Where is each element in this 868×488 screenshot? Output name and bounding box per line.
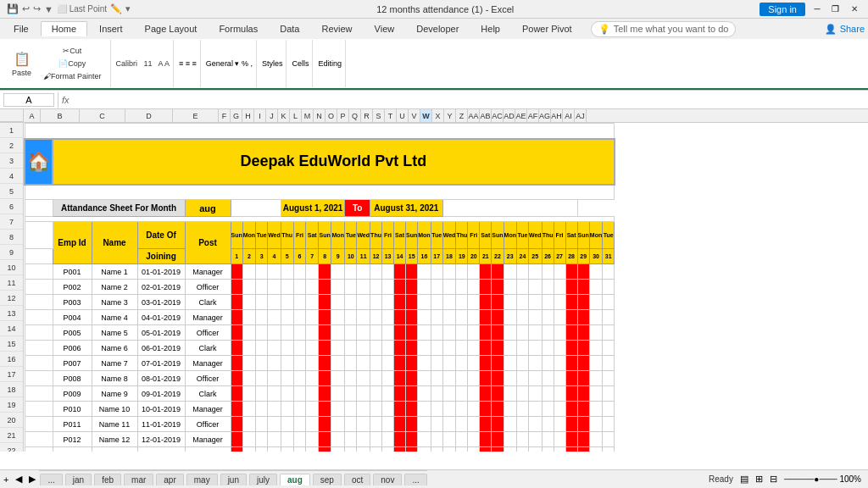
page-layout-button[interactable]: ⊞ (755, 474, 763, 485)
sheet-tab-...[interactable]: ... (40, 474, 62, 485)
sheet-tab-apr[interactable]: apr (156, 474, 183, 485)
employee-row: P006Name 606-01-2019Clark (25, 341, 615, 356)
sheet-tab-feb[interactable]: feb (94, 474, 121, 485)
styles-group: Styles (259, 40, 287, 87)
col-p: P (337, 109, 349, 122)
titlebar: 💾 ↩ ↪ ▼ ⬜ Last Point ✏️ ▾ 12 months atte… (0, 0, 868, 19)
sheet-tabs-container: + ◀ ▶ ...janfebmaraprmayjunjulyaugsepoct… (0, 470, 427, 489)
window-title: 12 months attendance (1) - Excel (376, 4, 514, 14)
col-h: H (242, 109, 254, 122)
paste-button[interactable]: 📋Paste (7, 49, 36, 79)
scroll-right-button[interactable]: ▶ (29, 474, 36, 485)
employee-row: P005Name 505-01-2019Officer (25, 325, 615, 341)
row-header-11: 11 (0, 275, 23, 291)
col-a: A (24, 109, 41, 122)
sheet-tab-aug[interactable]: aug (280, 474, 310, 485)
col-k: K (278, 109, 290, 122)
table-body: 🏠Deepak EduWorld Pvt LtdAttandance Sheet… (25, 124, 615, 452)
tab-view[interactable]: View (364, 22, 405, 36)
col-j: J (266, 109, 278, 122)
tab-power-pivot[interactable]: Power Pivot (512, 22, 582, 36)
employee-row: P009Name 909-01-2019Clark (25, 386, 615, 402)
sheet-tab-...[interactable]: ... (404, 474, 426, 485)
row-header-9: 9 (0, 245, 23, 260)
normal-view-button[interactable]: ▤ (740, 474, 748, 485)
quick-access-icon[interactable]: ▾ (125, 3, 131, 14)
attendance-table: 🏠Deepak EduWorld Pvt LtdAttandance Sheet… (24, 123, 615, 452)
corner-cell[interactable] (0, 109, 24, 122)
sheet-tab-july[interactable]: july (249, 474, 277, 485)
save-icon[interactable]: 💾 (7, 3, 19, 14)
col-ai: AI (563, 109, 575, 122)
formula-input[interactable] (73, 95, 865, 105)
row-5 (25, 185, 615, 200)
new-sheet-button[interactable]: + (3, 474, 8, 485)
row-header-22: 22 (0, 443, 23, 452)
share-label: Share (840, 24, 865, 34)
sheet-tab-jun[interactable]: jun (220, 474, 247, 485)
row-header-15: 15 (0, 336, 23, 352)
tab-insert[interactable]: Insert (89, 22, 133, 36)
row-6: Attandance Sheet For MonthaugAugust 1, 2… (25, 200, 615, 217)
last-point-label: ⬜ Last Point (57, 4, 107, 14)
employee-row: P011Name 1111-01-2019Officer (25, 417, 615, 432)
format-painter-button[interactable]: 🖌Format Painter (38, 70, 107, 82)
scroll-left-button[interactable]: ◀ (15, 474, 22, 485)
share-button[interactable]: 👤 Share (825, 24, 865, 35)
tab-file[interactable]: File (3, 22, 39, 36)
col-aa: AA (468, 109, 480, 122)
row-1 (25, 124, 615, 139)
row-numbers: 1234567891011121314151617181920212223242… (0, 123, 23, 452)
undo-icon[interactable]: ↩ (22, 3, 30, 14)
col-q: Q (349, 109, 361, 122)
page-break-button[interactable]: ⊟ (770, 474, 777, 485)
close-button[interactable]: ✕ (848, 3, 861, 16)
spreadsheet-container: 1234567891011121314151617181920212223242… (0, 123, 868, 452)
cell-reference-input[interactable] (3, 93, 54, 107)
tab-home[interactable]: Home (41, 21, 87, 36)
restore-button[interactable]: ❐ (829, 3, 843, 16)
row-header-7: 7 (0, 214, 23, 230)
sheet-tab-mar[interactable]: mar (124, 474, 153, 485)
formula-divider (58, 92, 58, 108)
redo-icon[interactable]: ↪ (33, 3, 41, 14)
filter-icon[interactable]: ▼ (44, 4, 53, 14)
sheet-tab-sep[interactable]: sep (313, 474, 342, 485)
more-icon[interactable]: ✏️ (110, 3, 122, 14)
sheet-tab-oct[interactable]: oct (344, 474, 370, 485)
row-header-14: 14 (0, 321, 23, 336)
col-ae: AE (515, 109, 527, 122)
col-e: E (173, 109, 219, 122)
col-m: M (302, 109, 314, 122)
tab-review[interactable]: Review (311, 22, 362, 36)
minimize-button[interactable]: ─ (810, 3, 824, 16)
sheet-tab-may[interactable]: may (186, 474, 218, 485)
row-header-2: 2 (0, 138, 23, 153)
tab-data[interactable]: Data (270, 22, 309, 36)
sheet-content[interactable]: 🏠Deepak EduWorld Pvt LtdAttandance Sheet… (24, 123, 868, 452)
sheet-tab-nov[interactable]: nov (373, 474, 402, 485)
tab-formulas[interactable]: Formulas (209, 22, 268, 36)
col-ah: AH (551, 109, 563, 122)
tell-me-bar[interactable]: 💡 Tell me what you want to do (591, 21, 737, 37)
col-z: Z (456, 109, 468, 122)
copy-button[interactable]: 📄Copy (38, 58, 107, 69)
row-header-6: 6 (0, 199, 23, 214)
row-header-3: 3 (0, 153, 23, 169)
col-ad: AD (504, 109, 515, 122)
col-g: G (231, 109, 242, 122)
col-ac: AC (492, 109, 504, 122)
sign-in-button[interactable]: Sign in (760, 3, 805, 16)
tab-developer[interactable]: Developer (406, 22, 469, 36)
tab-page-layout[interactable]: Page Layout (135, 22, 208, 36)
row-header-12: 12 (0, 291, 23, 306)
cut-button[interactable]: ✂Cut (38, 45, 107, 57)
col-c: C (80, 109, 125, 122)
status-right: Ready ▤ ⊞ ⊟ ─────●─── 100% (702, 474, 868, 485)
row-header-1: 1 (0, 123, 23, 138)
tell-me-text: Tell me what you want to do (614, 24, 729, 34)
zoom-slider[interactable]: ─────●─── 100% (784, 474, 861, 484)
sheet-tab-jan[interactable]: jan (65, 474, 92, 485)
tab-help[interactable]: Help (470, 22, 510, 36)
bottom-bar: + ◀ ▶ ...janfebmaraprmayjunjulyaugsepoct… (0, 469, 868, 488)
